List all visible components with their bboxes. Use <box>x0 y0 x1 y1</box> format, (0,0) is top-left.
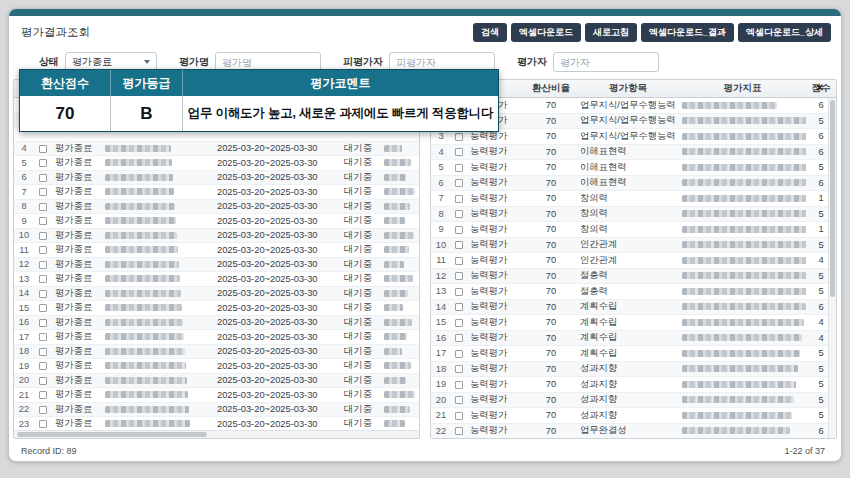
row-checkbox[interactable] <box>455 350 463 358</box>
row-checkbox[interactable] <box>39 145 47 153</box>
left-table-row[interactable]: 19평가종료2025-03-20~2025-03-30대기중 <box>14 359 419 374</box>
row-checkbox[interactable] <box>39 246 47 254</box>
row-checkbox[interactable] <box>455 179 463 187</box>
indicator-cell-redacted <box>679 226 806 233</box>
row-checkbox[interactable] <box>455 226 463 234</box>
row-checkbox[interactable] <box>455 412 463 420</box>
right-table-row[interactable]: 20능력평가70성과지향5 <box>431 393 836 409</box>
right-table-row[interactable]: 18능력평가70성과지향5 <box>431 362 836 378</box>
left-table-row[interactable]: 10평가종료2025-03-20~2025-03-30대기중 <box>14 229 419 244</box>
row-checkbox[interactable] <box>39 261 47 269</box>
ratio-cell: 70 <box>525 286 577 296</box>
toolbar-button-3[interactable]: 새로고침 <box>585 23 637 42</box>
left-table-row[interactable]: 4평가종료2025-03-20~2025-03-30대기중 <box>14 142 419 157</box>
vertical-scrollbar-thumb[interactable] <box>830 100 835 297</box>
toolbar-button-5[interactable]: 엑셀다운로드_상세 <box>738 23 831 42</box>
right-table-row[interactable]: 17능력평가70계획수립5 <box>431 346 836 362</box>
right-table-row[interactable]: 6능력평가70이해표현력6 <box>431 176 836 192</box>
row-checkbox[interactable] <box>39 304 47 312</box>
left-table-row[interactable]: 20평가종료2025-03-20~2025-03-30대기중 <box>14 374 419 389</box>
left-table-row[interactable]: 7평가종료2025-03-20~2025-03-30대기중 <box>14 185 419 200</box>
row-checkbox[interactable] <box>455 381 463 389</box>
row-checkbox[interactable] <box>455 427 463 435</box>
row-checkbox[interactable] <box>455 257 463 265</box>
left-table-row[interactable]: 9평가종료2025-03-20~2025-03-30대기중 <box>14 214 419 229</box>
row-checkbox[interactable] <box>455 319 463 327</box>
row-checkbox[interactable] <box>455 288 463 296</box>
row-checkbox[interactable] <box>39 174 47 182</box>
row-checkbox[interactable] <box>39 232 47 240</box>
row-checkbox[interactable] <box>39 377 47 385</box>
popup-header-score: 환산점수 <box>20 70 110 96</box>
horizontal-scrollbar[interactable] <box>14 430 419 438</box>
close-icon[interactable]: ✕ <box>816 83 824 93</box>
right-table-row[interactable]: 10능력평가70인간관계5 <box>431 238 836 254</box>
toolbar-button-4[interactable]: 엑셀다운로드_결과 <box>641 23 734 42</box>
extra-cell-redacted <box>381 203 419 210</box>
right-table-row[interactable]: 13능력평가70절충력5 <box>431 284 836 300</box>
right-table-row[interactable]: 9능력평가70창의력1 <box>431 222 836 238</box>
left-table-row[interactable]: 21평가종료2025-03-20~2025-03-30대기중 <box>14 388 419 403</box>
row-checkbox[interactable] <box>39 420 47 428</box>
row-checkbox[interactable] <box>455 241 463 249</box>
ratio-cell: 70 <box>525 209 577 219</box>
row-checkbox[interactable] <box>455 210 463 218</box>
row-checkbox[interactable] <box>455 272 463 280</box>
row-checkbox[interactable] <box>455 365 463 373</box>
left-table-row[interactable]: 15평가종료2025-03-20~2025-03-30대기중 <box>14 301 419 316</box>
left-table-row[interactable]: 5평가종료2025-03-20~2025-03-30대기중 <box>14 156 419 171</box>
right-table-row[interactable]: 21능력평가70성과지향5 <box>431 408 836 424</box>
row-checkbox[interactable] <box>39 333 47 341</box>
row-checkbox[interactable] <box>455 303 463 311</box>
row-checkbox[interactable] <box>39 348 47 356</box>
right-table-row[interactable]: 8능력평가70창의력5 <box>431 207 836 223</box>
row-checkbox[interactable] <box>455 334 463 342</box>
right-table-row[interactable]: 5능력평가70이해표현력5 <box>431 160 836 176</box>
left-table-row[interactable]: 14평가종료2025-03-20~2025-03-30대기중 <box>14 287 419 302</box>
row-checkbox[interactable] <box>455 148 463 156</box>
row-number: 13 <box>431 286 451 296</box>
checkbox-cell <box>451 209 467 219</box>
left-table-row[interactable]: 18평가종료2025-03-20~2025-03-30대기중 <box>14 345 419 360</box>
row-checkbox[interactable] <box>39 217 47 225</box>
row-checkbox[interactable] <box>39 159 47 167</box>
horizontal-scrollbar-thumb[interactable] <box>17 432 207 437</box>
left-table-row[interactable]: 17평가종료2025-03-20~2025-03-30대기중 <box>14 330 419 345</box>
left-table-row[interactable]: 6평가종료2025-03-20~2025-03-30대기중 <box>14 171 419 186</box>
left-table-row[interactable]: 12평가종료2025-03-20~2025-03-30대기중 <box>14 258 419 273</box>
left-table-row[interactable]: 8평가종료2025-03-20~2025-03-30대기중 <box>14 200 419 215</box>
left-table-row[interactable]: 22평가종료2025-03-20~2025-03-30대기중 <box>14 403 419 418</box>
row-checkbox[interactable] <box>39 275 47 283</box>
row-checkbox[interactable] <box>455 164 463 172</box>
row-checkbox[interactable] <box>455 195 463 203</box>
right-table-row[interactable]: 15능력평가70계획수립4 <box>431 315 836 331</box>
eval-name-input[interactable] <box>222 57 314 68</box>
right-table-row[interactable]: 12능력평가70절충력5 <box>431 269 836 285</box>
left-table-row[interactable]: 13평가종료2025-03-20~2025-03-30대기중 <box>14 272 419 287</box>
right-table-row[interactable]: 11능력평가70인간관계4 <box>431 253 836 269</box>
extra-cell-redacted <box>381 174 419 181</box>
right-table-row[interactable]: 14능력평가70계획수립6 <box>431 300 836 316</box>
left-table-row[interactable]: 11평가종료2025-03-20~2025-03-30대기중 <box>14 243 419 258</box>
toolbar-button-1[interactable]: 검색 <box>473 23 507 42</box>
row-checkbox[interactable] <box>455 396 463 404</box>
evaluator-input[interactable] <box>560 57 652 68</box>
left-table-row[interactable]: 16평가종료2025-03-20~2025-03-30대기중 <box>14 316 419 331</box>
right-table-row[interactable]: 16능력평가70계획수립4 <box>431 331 836 347</box>
row-checkbox[interactable] <box>39 203 47 211</box>
right-table-row[interactable]: 4능력평가70이해표현력6 <box>431 145 836 161</box>
row-checkbox[interactable] <box>39 362 47 370</box>
row-checkbox[interactable] <box>39 391 47 399</box>
row-checkbox[interactable] <box>39 319 47 327</box>
row-checkbox[interactable] <box>39 188 47 196</box>
vertical-scrollbar[interactable] <box>828 98 836 438</box>
toolbar-button-2[interactable]: 엑셀다운로드 <box>511 23 581 42</box>
evaluatee-input[interactable] <box>396 57 488 68</box>
right-table-row[interactable]: 7능력평가70창의력1 <box>431 191 836 207</box>
row-checkbox[interactable] <box>39 290 47 298</box>
right-table-row[interactable]: 19능력평가70성과지향5 <box>431 377 836 393</box>
row-checkbox[interactable] <box>39 406 47 414</box>
checkbox-cell <box>451 271 467 281</box>
right-table-row[interactable]: 22능력평가70업무완결성6 <box>431 424 836 440</box>
row-checkbox[interactable] <box>455 133 463 141</box>
